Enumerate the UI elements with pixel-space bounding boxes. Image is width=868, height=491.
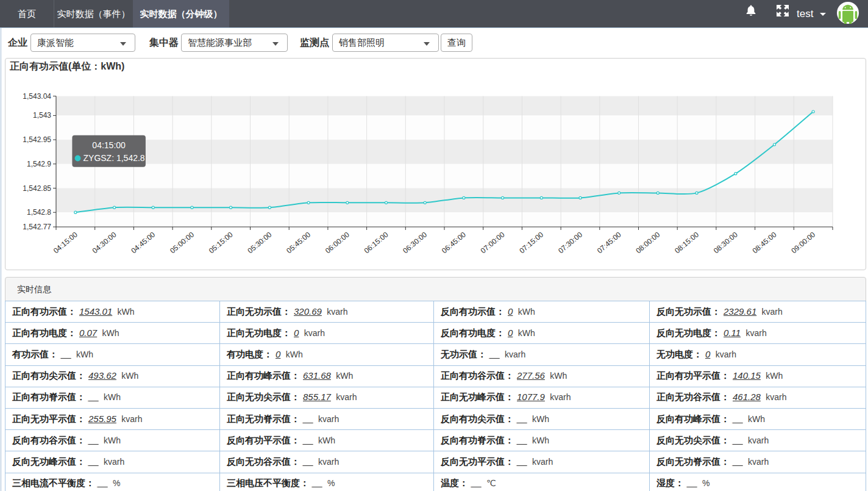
svg-text:06:15:00: 06:15:00	[363, 230, 390, 255]
svg-text:09:00:00: 09:00:00	[789, 230, 817, 255]
svg-text:1,542.9: 1,542.9	[27, 160, 51, 168]
svg-text:05:15:00: 05:15:00	[207, 230, 235, 255]
svg-text:1,542.85: 1,542.85	[23, 184, 51, 193]
svg-text:07:15:00: 07:15:00	[518, 230, 545, 255]
svg-text:08:15:00: 08:15:00	[673, 230, 700, 255]
svg-text:05:00:00: 05:00:00	[168, 230, 196, 255]
svg-text:05:45:00: 05:45:00	[285, 230, 312, 255]
svg-text:06:30:00: 06:30:00	[401, 230, 429, 255]
svg-text:08:45:00: 08:45:00	[751, 230, 778, 255]
svg-text:ZYGSZ: 1,542.8: ZYGSZ: 1,542.8	[84, 153, 145, 163]
svg-text:1,542.77: 1,542.77	[23, 223, 51, 231]
svg-text:1,542.95: 1,542.95	[23, 135, 51, 144]
svg-text:04:30:00: 04:30:00	[91, 230, 118, 255]
svg-text:06:00:00: 06:00:00	[324, 230, 351, 255]
svg-text:08:30:00: 08:30:00	[712, 230, 739, 255]
svg-text:07:30:00: 07:30:00	[557, 230, 584, 255]
svg-text:08:00:00: 08:00:00	[634, 230, 661, 255]
svg-text:05:30:00: 05:30:00	[246, 230, 274, 255]
svg-text:07:00:00: 07:00:00	[479, 230, 507, 255]
svg-text:1,542.8: 1,542.8	[27, 208, 51, 217]
svg-text:1,543.04: 1,543.04	[23, 92, 51, 101]
svg-text:07:45:00: 07:45:00	[596, 230, 623, 255]
svg-text:1,543: 1,543	[33, 111, 51, 120]
svg-text:04:15:00: 04:15:00	[52, 230, 79, 255]
svg-text:04:15:00: 04:15:00	[92, 140, 126, 150]
svg-text:06:45:00: 06:45:00	[440, 230, 468, 255]
svg-text:04:45:00: 04:45:00	[129, 230, 157, 255]
